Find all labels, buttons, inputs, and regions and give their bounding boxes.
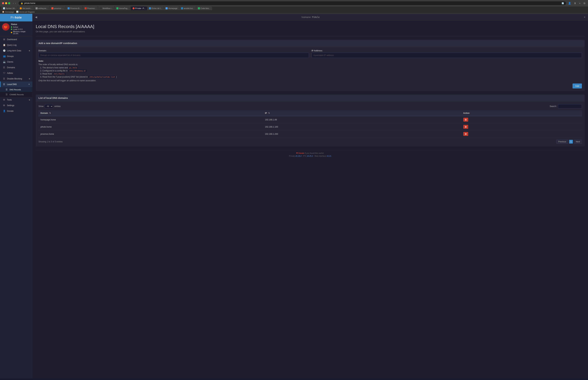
dnsmasq-code: /etc/dnsmasq.d/ (68, 70, 87, 72)
tab-syntax[interactable]: 📝 Syntax | M... (1, 6, 18, 10)
header-menu-icon[interactable]: ≡ (584, 16, 585, 18)
search-input[interactable] (558, 104, 582, 108)
tab-echec[interactable]: Échec de I... (147, 6, 164, 10)
window-list-button[interactable]: ⧉ (583, 1, 586, 5)
sidebar-item-adlists[interactable]: 🛡 Adlists (0, 70, 32, 76)
status-load: Load: 0 0 0 (11, 28, 30, 30)
pagination: Previous 1 Next (556, 140, 582, 144)
delete-button-2[interactable]: 🗑 (463, 125, 468, 129)
entries-select[interactable]: All 10 25 50 (45, 104, 53, 108)
download-button[interactable]: ⬇ (573, 1, 577, 5)
table-row: proxmox.home 192.168.1.200 🗑 (38, 131, 582, 138)
footer-donate-line: ❤ Donate if you found this useful. (38, 152, 583, 154)
delete-button-3[interactable]: 🗑 (463, 132, 468, 136)
forward-button[interactable]: › (15, 2, 16, 5)
add-button[interactable]: Add (572, 83, 582, 88)
next-button[interactable]: Next (574, 140, 582, 144)
previous-button[interactable]: Previous (556, 140, 568, 144)
domain-form-group: Domain: (38, 50, 309, 58)
sidebar-item-tools[interactable]: ⚙ Tools ◀ (0, 97, 32, 103)
domain-column-header[interactable]: Domain ⇅ (38, 110, 263, 116)
note-box: Note: The order of locally defined DNS r… (38, 60, 582, 82)
ip-column-header[interactable]: IP ⇅ (263, 110, 461, 116)
sidebar: Pi-hole 🍎 Status Active Load: 0 0 0 Memo… (0, 14, 32, 379)
tab-pihole[interactable]: Pi-hole - P... (131, 6, 147, 10)
tab-homepage[interactable]: HomePag... (115, 6, 131, 10)
current-page: 1 (569, 140, 573, 144)
sidebar-subitem-cname-records[interactable]: ☰ CNAME Records (0, 92, 32, 97)
sidebar-item-long-term-data[interactable]: 🕐 Long-term Data ◀ (0, 48, 32, 53)
search-label: Search: (550, 105, 557, 108)
dns-list-card: List of local DNS domains Show All 10 25… (36, 95, 585, 147)
content-header: ◀ hostname: PiHole ≡ (32, 14, 588, 20)
sidebar-subitem-dns-records[interactable]: ☰ DNS Records (0, 87, 32, 92)
tab-proxmox-b[interactable]: Proxmox B... (66, 6, 83, 10)
query-log-icon: 📋 (3, 44, 5, 46)
sidebar-toggle-button[interactable]: ◀ (35, 16, 37, 19)
sidebar-item-domains[interactable]: ☰ Domains (0, 65, 32, 70)
ftl-version[interactable]: v5.25.2 (307, 155, 313, 157)
window-controls (2, 2, 10, 4)
note-item-2: Configured in a config file in /etc/dnsm… (40, 70, 582, 72)
domain-sort-icon: ⇅ (49, 112, 51, 114)
domain-input[interactable] (38, 53, 309, 58)
main-content: ◀ hostname: PiHole ≡ Local DNS Records [… (32, 14, 588, 379)
memory-indicator (11, 32, 12, 33)
ip-input[interactable] (312, 53, 582, 58)
local-dns-submenu: ☰ DNS Records ☰ CNAME Records (0, 87, 32, 97)
tab-workflow[interactable]: Workflow r... (98, 6, 114, 10)
clients-icon: 💻 (3, 60, 5, 63)
window-minimize[interactable] (5, 2, 7, 4)
action-cell-3: 🗑 (461, 131, 582, 138)
sidebar-item-disable-blocking[interactable]: ☰ Disable Blocking ◀ (0, 76, 32, 81)
table-header-row: Domain ⇅ IP ⇅ Action (38, 110, 582, 116)
window-maximize[interactable] (8, 2, 10, 4)
tab-code-bloc[interactable]: Code bloc... (196, 6, 212, 10)
bookmark-homepage[interactable]: 🏠 Homepage (2, 11, 14, 13)
donate-icon: 👤 (3, 110, 5, 112)
tab-proxmox[interactable]: proxmox -... (50, 6, 66, 10)
sidebar-item-local-dns[interactable]: ☰ Local DNS ▼ (0, 81, 32, 87)
hostname-label: hostname: (302, 16, 311, 18)
status-info: Status Active Load: 0 0 0 Memory usage: … (11, 23, 30, 35)
table-row: pihole.home 192.168.1.100 🗑 (38, 123, 582, 131)
address-bar[interactable]: 🔒 pihole.home 🔄 (19, 1, 566, 5)
status-memory: Memory usage: 15.5% (11, 30, 30, 35)
add-form-card-body: Add a new domain/IP combination Domain: … (36, 40, 585, 91)
table-body: homepage.home 192.168.1.89 🗑 pihole.home… (38, 116, 582, 138)
tab-ansible[interactable]: ansible.bui... (179, 6, 196, 10)
page-title: Local DNS Records [A/AAAA] (36, 24, 585, 29)
dns-records-table: Domain ⇅ IP ⇅ Action (38, 110, 582, 138)
pihole-version[interactable]: v5.18.2 (295, 155, 302, 157)
back-button[interactable]: ‹ (13, 2, 14, 5)
dashboard-icon: ⊞ (3, 38, 5, 41)
sidebar-item-clients[interactable]: 💻 Clients (0, 59, 32, 65)
long-term-arrow: ◀ (29, 50, 30, 52)
web-version[interactable]: v5.21 (327, 155, 331, 157)
ftl-label: FTL (303, 155, 306, 157)
add-form-card: Add a new domain/IP combination Domain: … (36, 40, 585, 91)
tab-not-seein[interactable]: Not seein... (18, 6, 34, 10)
profile-button[interactable]: 👤 (568, 1, 572, 5)
adlists-icon: 🛡 (3, 72, 5, 74)
footer-donate-link[interactable]: Donate (298, 152, 304, 154)
add-form-header: Add a new domain/IP combination (36, 40, 585, 47)
sidebar-item-settings[interactable]: ⚙ Settings (0, 103, 32, 108)
note-item-3: Read from /etc/hosts (40, 73, 582, 75)
showing-text: Showing 1 to 3 of 3 entries (38, 140, 63, 143)
note-item-4: Read from the "Local (custom) DNS" list … (40, 76, 582, 78)
delete-button-1[interactable]: 🗑 (463, 118, 468, 122)
sidebar-item-donate[interactable]: 👤 Donate (0, 108, 32, 114)
bookmark-homelab[interactable]: 📊 HomeLab Diagram (16, 11, 35, 13)
table-row: homepage.home 192.168.1.89 🗑 (38, 116, 582, 123)
sidebar-item-groups[interactable]: 👥 Groups (0, 53, 32, 59)
sidebar-item-dashboard[interactable]: ⊞ Dashboard (0, 37, 32, 42)
new-tab-button[interactable]: + (578, 1, 581, 5)
action-column-header: Action (461, 110, 582, 116)
window-close[interactable] (2, 2, 4, 4)
tab-writing[interactable]: writing an... (34, 6, 50, 10)
tab-homepage2[interactable]: Homepage (164, 6, 179, 10)
tab-proxmox2[interactable]: Proxmox... (83, 6, 98, 10)
domain-cell-2: pihole.home (38, 123, 263, 131)
sidebar-item-query-log[interactable]: 📋 Query Log (0, 42, 32, 48)
